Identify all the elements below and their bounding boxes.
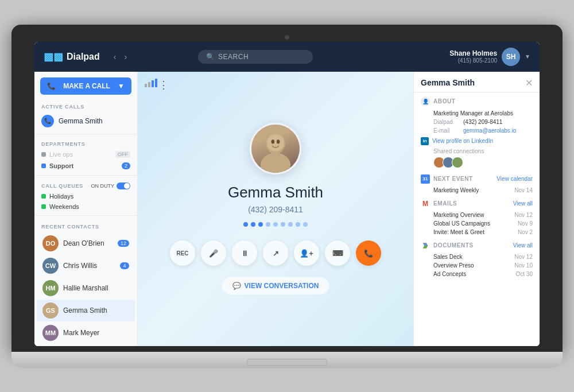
dept-name-support: Support <box>49 162 73 169</box>
email-date-2: Nov 2 <box>518 229 533 235</box>
add-call-button[interactable]: 👤+ <box>294 240 319 266</box>
forward-arrow[interactable]: › <box>122 51 129 63</box>
app-body: 📞 MAKE A CALL ▼ ACTIVE CALLS 📞 Gemma Smi… <box>34 72 540 346</box>
linkedin-icon: in <box>421 137 429 145</box>
linkedin-link[interactable]: View profile on LinkedIn <box>432 138 493 144</box>
contact-gemma[interactable]: GS Gemma Smith <box>37 300 135 321</box>
webcam <box>285 35 289 40</box>
rp-docs-header: DOCUMENTS View all <box>414 236 540 253</box>
caller-phone: (432) 209-8411 <box>248 205 303 214</box>
svg-point-2 <box>267 134 284 152</box>
email-row-0: Marketing Overview Nov 12 <box>414 211 540 219</box>
emails-left: M EMAILS <box>421 199 457 208</box>
contact-avatar-chris: CW <box>42 258 59 274</box>
contact-avatar-hallie: HM <box>42 280 59 296</box>
email-val[interactable]: gemma@aerolabs.io <box>463 127 516 134</box>
contact-mark[interactable]: MM Mark Meyer <box>37 322 135 344</box>
keypad-button[interactable]: ⌨ <box>325 240 350 266</box>
make-call-icon: 📞 <box>47 82 56 90</box>
doc-row-0: Sales Deck Nov 12 <box>414 253 540 261</box>
emails-view-all[interactable]: View all <box>513 200 533 207</box>
email-date-0: Nov 12 <box>514 212 533 218</box>
back-arrow[interactable]: ‹ <box>111 51 119 63</box>
user-info: Shane Holmes (415) 805-2100 SH ▼ <box>449 48 530 66</box>
duty-toggle: ON DUTY <box>91 183 131 189</box>
active-calls-label: ACTIVE CALLS <box>34 99 137 112</box>
main-call-area: ⋮ <box>138 72 413 346</box>
user-dropdown-arrow[interactable]: ▼ <box>525 53 530 60</box>
email-date-1: Nov 9 <box>518 220 533 227</box>
contact-jesse[interactable]: JR Jesse Richards <box>37 344 135 346</box>
calendar-icon: 31 <box>421 174 430 184</box>
next-event-label: NEXT EVENT <box>433 176 473 182</box>
rp-emails-header: M EMAILS View all <box>414 195 540 211</box>
hold-button[interactable]: ⏸ <box>232 240 257 266</box>
view-conversation-button[interactable]: 💬 VIEW CONVERSATION <box>222 277 329 294</box>
user-phone: (415) 805-2100 <box>449 57 497 64</box>
queue-dot-holidays <box>41 194 46 199</box>
dept-liveops: Live ops OFF <box>34 149 137 160</box>
logo: ▩▩ Dialpad <box>44 51 100 63</box>
rp-title: Marketing Manager at Aerolabs <box>414 108 540 118</box>
add-call-icon: 👤+ <box>300 249 313 258</box>
contact-hallie[interactable]: HM Hallie Marshall <box>37 277 135 299</box>
end-call-icon: 📞 <box>364 249 373 258</box>
docs-view-all[interactable]: View all <box>513 242 533 249</box>
logo-text: Dialpad <box>67 52 100 62</box>
duty-toggle-switch[interactable] <box>117 183 130 189</box>
queue-name-holidays: Holidays <box>49 193 73 200</box>
right-panel: Gemma Smith ✕ 👤 ABOUT Marketing Manager … <box>413 72 540 346</box>
shared-connections-avatars <box>414 155 540 170</box>
doc-date-1: Nov 10 <box>514 262 533 269</box>
rp-close-button[interactable]: ✕ <box>525 77 533 88</box>
nav-arrows: ‹ › <box>111 51 129 63</box>
queue-weekends: Weekends <box>34 201 137 212</box>
search-bar[interactable]: 🔍 SEARCH <box>198 50 313 64</box>
dot-6 <box>281 222 285 227</box>
event-date: Nov 14 <box>514 187 533 193</box>
contact-name-mark: Mark Meyer <box>63 329 129 337</box>
contact-name-hallie: Hallie Marshall <box>63 284 129 292</box>
emails-label: EMAILS <box>433 200 457 207</box>
trackpad <box>247 359 327 366</box>
contact-chris[interactable]: CW Chris Willis 4 <box>37 255 135 277</box>
divider-1 <box>34 134 137 134</box>
email-key: E-mail <box>433 127 459 134</box>
hold-icon: ⏸ <box>241 249 249 258</box>
duty-label: ON DUTY <box>91 183 115 189</box>
keypad-icon: ⌨ <box>332 249 343 258</box>
shared-connections-label: Shared connections <box>414 148 540 155</box>
mute-icon: 🎤 <box>209 249 218 258</box>
caller-avatar-image <box>251 125 300 173</box>
svg-point-4 <box>277 139 280 143</box>
search-icon: 🔍 <box>206 53 215 61</box>
user-name: Shane Holmes <box>449 49 497 57</box>
contact-dean[interactable]: DO Dean O'Brien 12 <box>37 232 135 254</box>
next-event-left: 31 NEXT EVENT <box>421 174 473 184</box>
mute-button[interactable]: 🎤 <box>201 240 226 266</box>
conversation-icon: 💬 <box>232 282 241 290</box>
more-menu[interactable]: ⋮ <box>158 79 169 91</box>
svg-point-3 <box>272 139 275 143</box>
divider-2 <box>34 175 137 176</box>
bar2 <box>148 82 150 87</box>
make-call-button[interactable]: 📞 MAKE A CALL ▼ <box>40 77 131 95</box>
active-call-icon: 📞 <box>41 115 54 127</box>
end-call-button[interactable]: 📞 <box>356 240 381 266</box>
contact-avatar-gemma: GS <box>42 302 59 319</box>
make-call-dropdown[interactable]: ▼ <box>118 82 125 90</box>
about-person-icon: 👤 <box>421 97 430 106</box>
email-subj-2: Invite: Meet & Greet <box>433 229 484 235</box>
more-dots-icon[interactable]: ⋮ <box>158 79 169 91</box>
transfer-button[interactable]: ↗ <box>263 240 288 266</box>
rec-button[interactable]: REC <box>170 240 195 266</box>
dot-2 <box>251 222 255 227</box>
dept-support: Support 2 <box>34 160 137 172</box>
active-call-item[interactable]: 📞 Gemma Smith <box>34 112 137 130</box>
documents-label: DOCUMENTS <box>433 242 474 249</box>
contact-name-dean: Dean O'Brien <box>63 239 118 247</box>
contact-name-gemma: Gemma Smith <box>63 306 129 315</box>
transfer-icon: ↗ <box>273 249 279 258</box>
gdrive-icon <box>421 241 430 250</box>
view-calendar-link[interactable]: View calendar <box>497 176 533 182</box>
